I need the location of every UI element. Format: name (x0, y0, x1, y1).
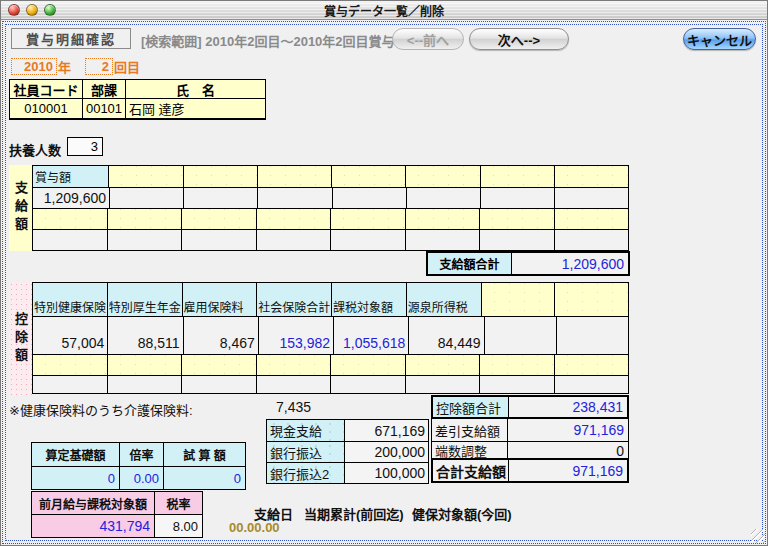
social-insurance-total-value: 153,982 (258, 317, 333, 354)
empty-cell (480, 188, 554, 208)
empty-cell (480, 166, 554, 187)
empty-cell (257, 188, 331, 208)
trial-amount-value: 0 (163, 467, 245, 489)
period-row: 2010 年 2 回目 (11, 57, 140, 75)
next-button[interactable]: 次へ--> (469, 28, 569, 50)
withholding-tax-value: 84,449 (408, 317, 483, 354)
payment-header-row: 賞与額 (33, 166, 628, 187)
rounding-adjust-row: 端数調整 0 (431, 441, 629, 460)
resize-grip[interactable] (751, 529, 765, 543)
department-header: 部課 (82, 80, 125, 98)
tax-rate-value: 8.00 (154, 515, 202, 537)
empty-cell (33, 230, 107, 250)
multiplier-header: 倍率 (119, 443, 163, 466)
deduction-grid: 特別健康保険 特別厚生年金 雇用保険料 社会保険合計 課税対象額 源泉所得税 5… (32, 282, 629, 394)
bank-transfer-value: 200,000 (345, 442, 428, 462)
deduction-header-row: 特別健康保険 特別厚生年金 雇用保険料 社会保険合計 課税対象額 源泉所得税 (33, 283, 628, 316)
taxable-amount-value: 1,055,618 (333, 317, 408, 354)
app-window: 賞与データ一覧／削除 賞与明細確認 [検索範囲] 2010年2回目～2010年2… (0, 0, 768, 546)
empty-cell (109, 188, 183, 208)
social-insurance-total-header: 社会保険合計 (256, 283, 331, 316)
grand-total-row: 合計支給額 971,169 (431, 458, 629, 483)
year-suffix: 年 (58, 57, 71, 76)
deduction-header-row-2 (33, 354, 628, 375)
trial-amount-header: 試 算 額 (163, 443, 245, 466)
empty-cell (479, 209, 554, 229)
rounding-adjust-value: 0 (508, 442, 628, 459)
empty-cell (479, 230, 554, 250)
empty-cell (405, 166, 479, 187)
empty-cell (107, 355, 182, 375)
prev-month-header-row: 前月給与課税対象額 税率 (32, 492, 202, 514)
empty-cell (554, 188, 628, 208)
taxable-amount-header: 課税対象額 (331, 283, 406, 316)
net-payment-value: 971,169 (508, 419, 628, 441)
dependents-field[interactable]: 3 (67, 137, 103, 156)
withholding-tax-header: 源泉所得税 (406, 283, 481, 316)
empty-cell (256, 376, 331, 393)
empty-cell (405, 376, 480, 393)
deduction-value-row-2 (33, 375, 628, 393)
empty-cell (181, 355, 256, 375)
zoom-window-icon[interactable] (44, 4, 56, 16)
cash-payment-row: 現金支給 671,169 (267, 420, 428, 441)
payment-header-row-2 (33, 208, 628, 229)
empty-cell (256, 209, 331, 229)
window-controls (8, 4, 56, 16)
bank-transfer-row: 銀行振込 200,000 (267, 441, 428, 462)
round-field[interactable]: 2 (85, 58, 113, 75)
cancel-button[interactable]: キャンセル (683, 28, 756, 50)
prev-month-taxable-header: 前月給与課税対象額 (32, 492, 154, 514)
empty-cell (330, 355, 405, 375)
payment-grid: 賞与額 1,209,600 (32, 165, 629, 251)
bonus-amount-header: 賞与額 (33, 166, 108, 187)
employee-data-row: 010001 00101 石岡 達彦 (10, 99, 265, 118)
empty-cell (479, 355, 554, 375)
empty-cell (554, 230, 629, 250)
bonus-amount-value: 1,209,600 (33, 188, 109, 208)
trial-calc-box: 算定基礎額 倍率 試 算 額 0 0.00 0 (31, 442, 246, 490)
window-title: 賞与データ一覧／削除 (1, 2, 767, 19)
empty-cell (330, 230, 405, 250)
care-insurance-label: ※健康保険料のうち介護保険料: (9, 400, 193, 419)
employee-code-header: 社員コード (10, 80, 82, 98)
empty-cell (181, 376, 256, 393)
empty-cell (183, 188, 257, 208)
bank-transfer2-row: 銀行振込2 100,000 (267, 462, 428, 483)
year-field[interactable]: 2010 (11, 58, 57, 75)
care-insurance-value: 7,435 (241, 399, 311, 415)
prev-button[interactable]: <--前へ (392, 28, 464, 50)
bank-transfer-label: 銀行振込 (267, 442, 345, 462)
dependents-label: 扶養人数 (9, 140, 61, 159)
deduction-total-value: 238,431 (509, 397, 627, 417)
empty-cell (257, 166, 331, 187)
empty-cell (554, 166, 628, 187)
employee-header-row: 社員コード 部課 氏 名 (10, 80, 265, 99)
name-header: 氏 名 (125, 80, 265, 98)
empty-cell (405, 355, 480, 375)
trial-calc-value-row: 0 0.00 0 (32, 466, 245, 489)
empty-cell (256, 355, 331, 375)
empty-cell (554, 209, 629, 229)
employee-name-value: 石岡 達彦 (125, 99, 265, 118)
empty-cell (406, 188, 480, 208)
grand-total-label: 合計支給額 (433, 460, 509, 481)
minimize-window-icon[interactable] (26, 4, 38, 16)
cash-payment-label: 現金支給 (267, 420, 345, 441)
prev-month-taxable-value: 431,794 (32, 515, 154, 537)
bonus-detail-confirm-label: 賞与明細確認 (11, 28, 131, 49)
bank-transfer2-value: 100,000 (345, 463, 428, 483)
payment-total-value: 1,209,600 (512, 253, 628, 274)
prev-month-value-row: 431,794 8.00 (32, 514, 202, 537)
empty-cell (108, 166, 182, 187)
empty-cell (405, 209, 480, 229)
empty-cell (481, 283, 555, 316)
deduction-total-label: 控除額合計 (433, 397, 509, 417)
rounding-adjust-label: 端数調整 (432, 442, 508, 459)
payment-value-row-2 (33, 229, 628, 250)
trial-calc-header-row: 算定基礎額 倍率 試 算 額 (32, 443, 245, 466)
net-payment-label: 差引支給額 (432, 419, 508, 441)
employment-insurance-header: 雇用保険料 (182, 283, 257, 316)
close-window-icon[interactable] (8, 4, 20, 16)
payment-section-label: 支給額 (9, 165, 32, 251)
